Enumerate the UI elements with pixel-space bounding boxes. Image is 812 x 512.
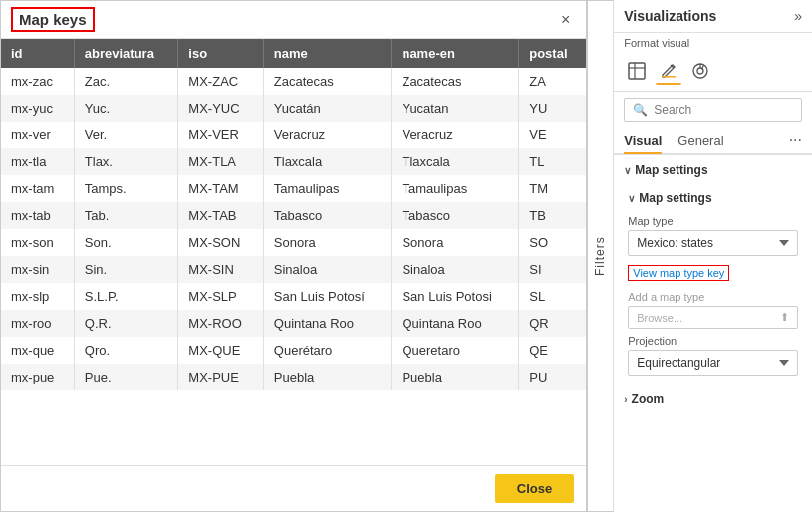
cell-r6-c2: MX-SON: [178, 229, 263, 256]
table-row: mx-verVer.MX-VERVeracruzVeracruzVE: [1, 122, 586, 148]
col-header-abreviatura: abreviatura: [74, 39, 178, 68]
analytics-icon-button[interactable]: [687, 58, 713, 84]
svg-rect-3: [662, 76, 676, 78]
cell-r8-c5: SL: [519, 283, 587, 310]
search-box: 🔍: [624, 98, 802, 122]
viz-expand-button[interactable]: »: [794, 8, 802, 24]
cell-r8-c2: MX-SLP: [178, 283, 263, 310]
zoom-section[interactable]: › Zoom: [614, 384, 812, 414]
cell-r4-c0: mx-tam: [1, 175, 74, 202]
map-type-select[interactable]: Mexico: states Mexico: municipalities US…: [628, 230, 798, 256]
tab-general[interactable]: General: [677, 133, 723, 154]
svg-point-5: [697, 68, 703, 74]
cell-r6-c5: SO: [519, 229, 587, 256]
col-header-name-en: name-en: [392, 39, 519, 68]
col-header-name: name: [263, 39, 392, 68]
viz-icons-row: [614, 51, 812, 92]
map-settings-section[interactable]: ∨ Map settings: [614, 155, 812, 185]
cell-r9-c5: QR: [519, 310, 587, 337]
map-keys-table: idabreviaturaisonamename-enpostal mx-zac…: [1, 39, 586, 390]
viz-header: Visualizations »: [614, 0, 812, 33]
cell-r0-c4: Zacatecas: [392, 68, 519, 95]
format-icon-button[interactable]: [656, 57, 681, 85]
cell-r3-c5: TL: [519, 148, 587, 175]
view-map-type-key-link[interactable]: View map type key: [628, 265, 729, 281]
cell-r8-c3: San Luis Potosí: [263, 283, 392, 310]
browse-input[interactable]: Browse... ⬆: [628, 306, 798, 329]
cell-r1-c4: Yucatan: [392, 95, 519, 122]
cell-r0-c5: ZA: [519, 68, 587, 95]
cell-r2-c0: mx-ver: [1, 122, 74, 148]
filters-tab[interactable]: Filters: [587, 0, 613, 512]
dialog-title: Map keys: [11, 7, 95, 32]
search-input[interactable]: [654, 103, 793, 117]
cell-r10-c0: mx-que: [1, 337, 74, 364]
cell-r11-c5: PU: [519, 364, 587, 390]
map-keys-dialog: Map keys × idabreviaturaisonamename-enpo…: [0, 0, 587, 512]
cell-r1-c0: mx-yuc: [1, 95, 74, 122]
add-map-type-label: Add a map type: [628, 291, 798, 303]
cell-r7-c0: mx-sin: [1, 256, 74, 283]
svg-rect-0: [629, 63, 645, 79]
map-settings-sub-label: Map settings: [639, 191, 711, 205]
cell-r3-c4: Tlaxcala: [392, 148, 519, 175]
cell-r4-c3: Tamaulipas: [263, 175, 392, 202]
cell-r1-c5: YU: [519, 95, 587, 122]
browse-placeholder: Browse...: [637, 312, 682, 324]
cell-r9-c2: MX-ROO: [178, 310, 263, 337]
cell-r7-c5: SI: [519, 256, 587, 283]
table-row: mx-puePue.MX-PUEPueblaPueblaPU: [1, 364, 586, 390]
tab-more-button[interactable]: ···: [789, 131, 802, 153]
fields-icon: [628, 62, 646, 80]
cell-r8-c0: mx-slp: [1, 283, 74, 310]
cell-r7-c3: Sinaloa: [263, 256, 392, 283]
viz-title: Visualizations: [624, 8, 716, 24]
zoom-label: Zoom: [632, 392, 665, 406]
cell-r11-c0: mx-pue: [1, 364, 74, 390]
cell-r10-c4: Queretaro: [392, 337, 519, 364]
cell-r4-c4: Tamaulipas: [392, 175, 519, 202]
table-row: mx-queQro.MX-QUEQuerétaroQueretaroQE: [1, 337, 586, 364]
projection-select[interactable]: Equirectangular Mercator Natural Earth: [628, 350, 798, 376]
cell-r0-c3: Zacatecas: [263, 68, 392, 95]
cell-r0-c1: Zac.: [74, 68, 178, 95]
cell-r6-c1: Son.: [74, 229, 178, 256]
cell-r11-c4: Puebla: [392, 364, 519, 390]
map-settings-sub-header[interactable]: ∨ Map settings: [628, 187, 798, 209]
cell-r1-c1: Yuc.: [74, 95, 178, 122]
cell-r9-c4: Quintana Roo: [392, 310, 519, 337]
cell-r4-c2: MX-TAM: [178, 175, 263, 202]
cell-r0-c0: mx-zac: [1, 68, 74, 95]
cell-r6-c4: Sonora: [392, 229, 519, 256]
table-icon-button[interactable]: [624, 58, 650, 84]
cell-r2-c5: VE: [519, 122, 587, 148]
cell-r9-c0: mx-roo: [1, 310, 74, 337]
tab-visual[interactable]: Visual: [624, 133, 662, 154]
cell-r11-c2: MX-PUE: [178, 364, 263, 390]
cell-r3-c3: Tlaxcala: [263, 148, 392, 175]
cell-r1-c2: MX-YUC: [178, 95, 263, 122]
table-row: mx-tabTab.MX-TABTabascoTabascoTB: [1, 202, 586, 229]
col-header-postal: postal: [519, 39, 587, 68]
search-icon: 🔍: [633, 103, 648, 117]
cell-r5-c0: mx-tab: [1, 202, 74, 229]
cell-r2-c4: Veracruz: [392, 122, 519, 148]
cell-r9-c1: Q.R.: [74, 310, 178, 337]
table-row: mx-tlaTlax.MX-TLATlaxcalaTlaxcalaTL: [1, 148, 586, 175]
cell-r3-c1: Tlax.: [74, 148, 178, 175]
table-container: idabreviaturaisonamename-enpostal mx-zac…: [1, 39, 586, 465]
cell-r8-c1: S.L.P.: [74, 283, 178, 310]
close-x-button[interactable]: ×: [555, 10, 576, 30]
cell-r7-c4: Sinaloa: [392, 256, 519, 283]
map-settings-subsection: ∨ Map settings Map type Mexico: states M…: [614, 185, 812, 384]
cell-r11-c1: Pue.: [74, 364, 178, 390]
cell-r5-c5: TB: [519, 202, 587, 229]
table-row: mx-sonSon.MX-SONSonoraSonoraSO: [1, 229, 586, 256]
table-row: mx-slpS.L.P.MX-SLPSan Luis PotosíSan Lui…: [1, 283, 586, 310]
zoom-chevron: ›: [624, 394, 627, 405]
browse-icon: ⬆: [780, 311, 789, 324]
table-row: mx-yucYuc.MX-YUCYucatánYucatanYU: [1, 95, 586, 122]
close-dialog-button[interactable]: Close: [495, 474, 574, 503]
cell-r1-c3: Yucatán: [263, 95, 392, 122]
table-header-row: idabreviaturaisonamename-enpostal: [1, 39, 586, 68]
